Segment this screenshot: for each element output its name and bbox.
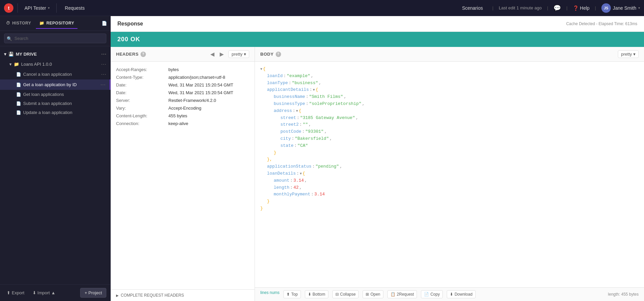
length-info: length: 455 bytes [608, 292, 639, 297]
app-logo[interactable]: t [4, 3, 13, 13]
to-request-icon: 📋 [390, 292, 395, 297]
body-info-icon[interactable]: ? [276, 52, 281, 57]
history-icon: ⏱ [6, 21, 10, 25]
doc-icon-2: 📄 [16, 92, 21, 97]
pipe-divider-4: | [595, 5, 596, 10]
headers-label: HEADERS [116, 52, 139, 57]
table-row: Accept-Ranges: bytes [116, 66, 249, 73]
headers-title: HEADERS ? [116, 52, 146, 57]
repository-label: REPOSITORY [46, 21, 74, 25]
loans-api-options-icon[interactable]: ⋯ [101, 61, 106, 67]
headers-panel: HEADERS ? ◀ ▶ pretty ▾ [111, 47, 255, 301]
tab-history[interactable]: ⏱ HISTORY [3, 18, 35, 29]
my-drive-options-icon[interactable]: ⋯ [101, 51, 106, 57]
user-menu[interactable]: JS Jane Smith ▾ [601, 3, 640, 13]
body-footer: lines nums ⬆ Top ⬇ Bottom ⊟ Collapse [255, 287, 644, 301]
bottom-button[interactable]: ⬇ Bottom [305, 290, 328, 298]
export-icon: ⬆ [7, 290, 10, 295]
json-line: street : "3185 Gateway Avenue", [260, 115, 639, 122]
scenarios-tab[interactable]: Scenarios [458, 4, 487, 12]
divider-1 [17, 3, 18, 13]
topbar-right: Scenarios | Last edit 1 minute ago | 💬 |… [458, 3, 640, 13]
pipe-divider: | [492, 5, 493, 10]
sidebar-item-get-by-id[interactable]: 📄 Get a loan application by ID ⋯ [0, 79, 110, 90]
import-chevron-icon: ▲ [51, 290, 55, 295]
get-by-id-label: Get a loan application by ID [23, 82, 77, 87]
requests-tab[interactable]: Requests [61, 4, 89, 12]
copy-icon: 📄 [424, 292, 429, 297]
search-input[interactable] [4, 34, 106, 43]
copy-button[interactable]: 📄 Copy [421, 290, 443, 298]
json-line: }, [260, 156, 639, 163]
body-title: BODY ? [260, 52, 281, 57]
headers-format-dropdown[interactable]: pretty ▾ [228, 50, 249, 58]
loans-api-folder[interactable]: ▾ 📁 Loans API 1.0.0 ⋯ [0, 59, 110, 69]
body-panel-header: BODY ? pretty ▾ [255, 47, 644, 62]
download-button[interactable]: ⬇ Download [447, 290, 475, 298]
complete-request-section: ▶ COMPLETE REQUEST HEADERS [111, 289, 255, 301]
drive-icon: 💾 [8, 52, 14, 57]
headers-info-icon[interactable]: ? [141, 52, 146, 57]
tab-repository[interactable]: 📁 REPOSITORY [36, 18, 78, 29]
doc-icon-active: 📄 [16, 82, 21, 87]
help-button[interactable]: ❓ Help [573, 5, 590, 11]
sidebar: ⏱ HISTORY 📁 REPOSITORY 📄 🔍 ▾ 💾 MY DR [0, 16, 111, 301]
body-content: ▼ { loanId : "example", loanType : "busi… [255, 62, 644, 287]
import-button[interactable]: ⬇ Import ▲ [30, 289, 58, 297]
pipe-divider-2: | [547, 5, 548, 10]
prev-arrow-button[interactable]: ◀ [208, 50, 216, 58]
table-row: Connection: keep-alive [116, 120, 249, 127]
header-key: Content-Type: [116, 75, 163, 80]
app-name-button[interactable]: API Tester ▾ [22, 4, 52, 12]
sidebar-item-get-applications[interactable]: 📄 Get loan applications [0, 90, 110, 99]
body-format-label: pretty [621, 52, 632, 57]
json-line: } [260, 205, 639, 212]
next-arrow-button[interactable]: ▶ [218, 50, 226, 58]
headers-format-label: pretty [231, 52, 243, 57]
chat-icon[interactable]: 💬 [553, 4, 561, 12]
doc-button[interactable]: 📄 [101, 20, 108, 27]
top-label: Top [291, 292, 298, 297]
user-chevron-icon: ▾ [638, 6, 640, 10]
top-button[interactable]: ⬆ Top [283, 290, 301, 298]
get-applications-label: Get loan applications [23, 92, 64, 97]
table-row: Server: Restlet-Framework/4.2.0 [116, 97, 249, 104]
collapse-loan-details-icon[interactable]: ▼ [300, 171, 302, 177]
download-label: Download [454, 292, 472, 297]
lines-nums-link[interactable]: lines nums [260, 290, 279, 298]
json-line: loanId : "example", [260, 73, 639, 80]
response-title: Response [117, 21, 143, 27]
status-code: 200 OK [117, 36, 140, 43]
collapse-applicant-icon[interactable]: ▼ [313, 87, 315, 93]
complete-request-label: COMPLETE REQUEST HEADERS [121, 293, 184, 298]
sidebar-item-cancel-loan[interactable]: 📄 Cancel a loan application ⋯ [0, 69, 110, 79]
cancel-loan-label: Cancel a loan application [23, 72, 72, 77]
complete-request-button[interactable]: ▶ COMPLETE REQUEST HEADERS [116, 293, 249, 298]
loans-api-label: Loans API 1.0.0 [21, 62, 52, 67]
app-chevron-icon: ▾ [48, 6, 50, 10]
export-button[interactable]: ⬆ Export [4, 289, 27, 297]
get-by-id-options-icon[interactable]: ⋯ [100, 81, 106, 88]
collapse-address-icon[interactable]: ▼ [296, 109, 298, 114]
json-line: ▼ { [260, 66, 639, 73]
headers-panel-header: HEADERS ? ◀ ▶ pretty ▾ [111, 47, 255, 62]
collapse-button[interactable]: ⊟ Collapse [332, 290, 359, 298]
table-row: Date: Wed, 31 Mar 2021 15:20:54 GMT [116, 81, 249, 89]
header-value: Wed, 31 Mar 2021 15:20:54 GMT [168, 90, 233, 95]
my-drive-header[interactable]: ▾ 💾 MY DRIVE ⋯ [0, 49, 110, 59]
search-wrap: 🔍 [4, 34, 106, 43]
doc-icon-4: 📄 [16, 110, 21, 115]
sidebar-tree: ▾ 💾 MY DRIVE ⋯ ▾ 📁 Loans API 1.0.0 ⋯ 📄 C… [0, 46, 110, 284]
body-format-dropdown[interactable]: pretty ▾ [618, 50, 639, 58]
json-line: businessName : "Smith Films", [260, 94, 639, 101]
table-row: Date: Wed, 31 Mar 2021 15:20:54 GMT [116, 89, 249, 97]
collapse-icon[interactable]: ▼ [260, 67, 262, 72]
open-button[interactable]: ⊞ Open [363, 290, 383, 298]
sidebar-item-update[interactable]: 📄 Update a loan application [0, 108, 110, 117]
sidebar-item-submit[interactable]: 📄 Submit a loan application [0, 99, 110, 108]
cancel-options-icon[interactable]: ⋯ [101, 71, 106, 77]
to-request-button[interactable]: 📋 2Request [387, 290, 417, 298]
json-line: length : 42, [260, 184, 639, 191]
project-button[interactable]: + Project [80, 288, 106, 298]
header-value: application/json;charset=utf-8 [168, 75, 225, 80]
